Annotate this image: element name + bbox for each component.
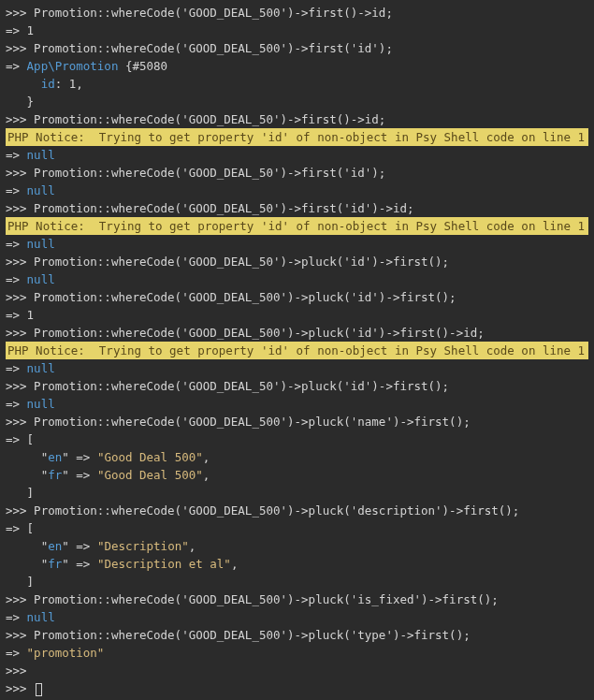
terminal-line: id: 1, [6, 75, 588, 93]
terminal-line: "en" => "Good Deal 500", [6, 448, 588, 466]
terminal-line: ] [6, 573, 588, 591]
terminal-line: >>> Promotion::whereCode('GOOD_DEAL_500'… [6, 591, 588, 608]
terminal-line: => [ [6, 519, 588, 537]
terminal-line: >>> Promotion::whereCode('GOOD_DEAL_500'… [6, 288, 588, 306]
terminal-line: => 1 [6, 306, 588, 324]
terminal-line: >>> Promotion::whereCode('GOOD_DEAL_50')… [6, 377, 588, 395]
terminal-line: >>> Promotion::whereCode('GOOD_DEAL_50')… [6, 110, 588, 128]
terminal-line: >>> Promotion::whereCode('GOOD_DEAL_500'… [6, 324, 588, 342]
terminal-line: "fr" => "Good Deal 500", [6, 466, 588, 484]
terminal-line: >>> [6, 662, 588, 679]
terminal-line: >>> Promotion::whereCode('GOOD_DEAL_500'… [6, 39, 588, 57]
terminal-line: >>> Promotion::whereCode('GOOD_DEAL_50')… [6, 164, 588, 182]
terminal-line: >>> Promotion::whereCode('GOOD_DEAL_50')… [6, 199, 588, 217]
terminal-line: => null [6, 146, 588, 164]
terminal-line: => [ [6, 430, 588, 448]
php-notice: PHP Notice: Trying to get property 'id' … [6, 217, 588, 235]
terminal-line: >>> Promotion::whereCode('GOOD_DEAL_500'… [6, 502, 588, 519]
terminal-line: "fr" => "Description et al", [6, 555, 588, 573]
terminal-line: >>> Promotion::whereCode('GOOD_DEAL_500'… [6, 4, 588, 22]
terminal-line: => 1 [6, 22, 588, 39]
terminal-line: => App\Promotion {#5080 [6, 57, 588, 75]
terminal-line: ] [6, 484, 588, 502]
terminal-line: "en" => "Description", [6, 537, 588, 555]
php-notice: PHP Notice: Trying to get property 'id' … [6, 342, 588, 359]
terminal-line: } [6, 93, 588, 110]
terminal-line: >>> Promotion::whereCode('GOOD_DEAL_500'… [6, 413, 588, 430]
terminal-line: => null [6, 359, 588, 377]
prompt-cursor-line[interactable]: >>> [6, 679, 588, 697]
terminal-line: => "promotion" [6, 644, 588, 662]
terminal-line: >>> Promotion::whereCode('GOOD_DEAL_50')… [6, 253, 588, 270]
terminal-line: => null [6, 270, 588, 288]
terminal-output[interactable]: >>> Promotion::whereCode('GOOD_DEAL_500'… [6, 4, 588, 697]
terminal-line: => null [6, 395, 588, 413]
terminal-line: >>> Promotion::whereCode('GOOD_DEAL_500'… [6, 626, 588, 644]
terminal-line: => null [6, 608, 588, 626]
php-notice: PHP Notice: Trying to get property 'id' … [6, 128, 588, 146]
terminal-line: => null [6, 235, 588, 253]
cursor [36, 683, 42, 696]
terminal-line: => null [6, 182, 588, 199]
